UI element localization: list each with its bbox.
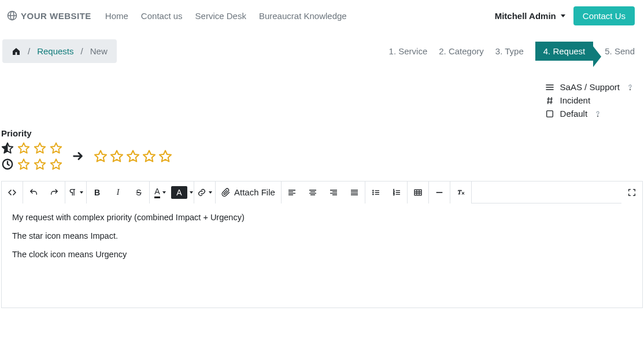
priority-label: Priority [1,128,643,138]
list-ol-icon [392,188,401,197]
chevron-down-icon [561,14,565,17]
chevron-down-icon [162,191,166,194]
context-category: Incident [545,94,635,107]
rich-text-editor: B I S A A Attach File [1,181,643,308]
urgency-star-2[interactable] [34,158,46,171]
wizard-step-4-active[interactable]: 4. Request [535,46,594,56]
wizard-step-5[interactable]: 5. Send [605,46,635,56]
align-justify-button[interactable] [344,182,365,203]
text-color-button[interactable]: A [150,182,171,203]
align-right-button[interactable] [323,182,344,203]
urgency-star-3[interactable] [50,158,62,171]
nav-links: Home Contact us Service Desk Bureaucrat … [105,11,347,21]
table-button[interactable] [408,182,428,203]
help-icon[interactable] [626,83,635,92]
bars-icon [545,83,554,92]
hash-icon [545,96,554,105]
italic-button[interactable]: I [108,182,128,203]
impact-star-1[interactable] [17,142,30,154]
wizard-steps: 1. Service 2. Category 3. Type 4. Reques… [389,46,642,56]
clear-format-button[interactable] [450,182,471,203]
strike-button[interactable]: S [128,182,149,203]
align-right-icon [329,188,338,197]
ordered-list-button[interactable] [386,182,407,203]
nav-knowledge[interactable]: Bureaucrat Knowledge [259,11,347,21]
home-icon[interactable] [12,47,21,56]
attach-file-button[interactable]: Attach File [216,182,281,203]
clear-format-icon [456,188,465,197]
globe-icon [7,10,17,21]
impact-star-3[interactable] [50,142,62,154]
result-star-3 [126,149,140,163]
editor-p1: My request with complex priority (combin… [12,213,632,222]
priority-result [94,149,172,163]
context-type: Default [545,107,635,120]
wizard-step-1[interactable]: 1. Service [389,46,428,56]
editor-p3: The clock icon means Urgency [12,250,632,259]
square-icon [545,109,554,118]
table-icon [413,188,423,197]
nav-home[interactable]: Home [105,11,128,21]
undo-button[interactable] [23,182,44,203]
context-service: SaAS / Support [545,80,635,94]
link-button[interactable] [194,182,215,203]
arrow-right-icon [72,150,84,162]
editor-p2: The star icon means Impact. [12,231,632,240]
minus-icon [435,188,444,197]
context-type-label: Default [560,109,588,118]
breadcrumb-requests[interactable]: Requests [37,46,73,56]
fullscreen-button[interactable] [621,182,642,203]
code-view-button[interactable] [2,182,23,203]
wizard-step-3[interactable]: 3. Type [495,46,524,56]
breadcrumb-separator: / [81,46,83,56]
user-name: Mitchell Admin [495,11,556,21]
breadcrumb-wizard-row: / Requests / New 1. Service 2. Category … [0,31,644,63]
urgency-star-1[interactable] [17,158,30,171]
redo-icon [50,188,59,197]
wizard-step-2[interactable]: 2. Category [439,46,484,56]
undo-icon [29,188,38,197]
breadcrumb: / Requests / New [2,39,117,63]
align-center-button[interactable] [302,182,323,203]
nav-service-desk[interactable]: Service Desk [195,11,246,21]
editor-content[interactable]: My request with complex priority (combin… [2,203,642,308]
help-icon[interactable] [593,109,602,118]
brand[interactable]: YOUR WEBSITE [7,10,91,21]
nav-contact[interactable]: Contact us [141,11,183,21]
star-half-icon [1,142,14,154]
paragraph-style-button[interactable] [65,182,86,203]
unordered-list-button[interactable] [365,182,386,203]
priority-rows [1,142,643,171]
priority-inputs [1,142,62,171]
urgency-row [1,158,62,171]
align-left-button[interactable] [282,182,302,203]
pilcrow-icon [68,188,77,197]
redo-button[interactable] [44,182,65,203]
align-center-icon [308,188,317,197]
user-menu[interactable]: Mitchell Admin [495,11,565,21]
clock-icon [1,158,14,171]
code-icon [8,188,17,197]
horizontal-rule-button[interactable] [429,182,450,203]
chevron-down-icon [190,191,193,194]
chevron-down-icon [80,191,83,194]
top-navbar: YOUR WEBSITE Home Contact us Service Des… [0,0,644,31]
attach-file-label: Attach File [234,187,275,197]
fullscreen-icon [627,188,636,197]
context-box: SaAS / Support Incident Default [545,63,644,120]
list-ul-icon [371,188,380,197]
impact-star-2[interactable] [34,142,46,154]
bold-button[interactable]: B [87,182,108,203]
nav-right: Mitchell Admin Contact Us [495,6,639,25]
context-wrap: SaAS / Support Incident Default [0,63,644,120]
context-service-label: SaAS / Support [560,82,620,92]
chevron-down-icon [209,191,212,194]
highlight-button[interactable]: A [171,182,194,203]
editor-toolbar: B I S A A Attach File [2,182,642,203]
impact-row [1,142,62,154]
result-star-4 [142,149,156,163]
result-star-2 [110,149,124,163]
contact-us-button[interactable]: Contact Us [573,6,635,25]
breadcrumb-separator: / [28,46,30,56]
result-star-1 [94,149,108,163]
